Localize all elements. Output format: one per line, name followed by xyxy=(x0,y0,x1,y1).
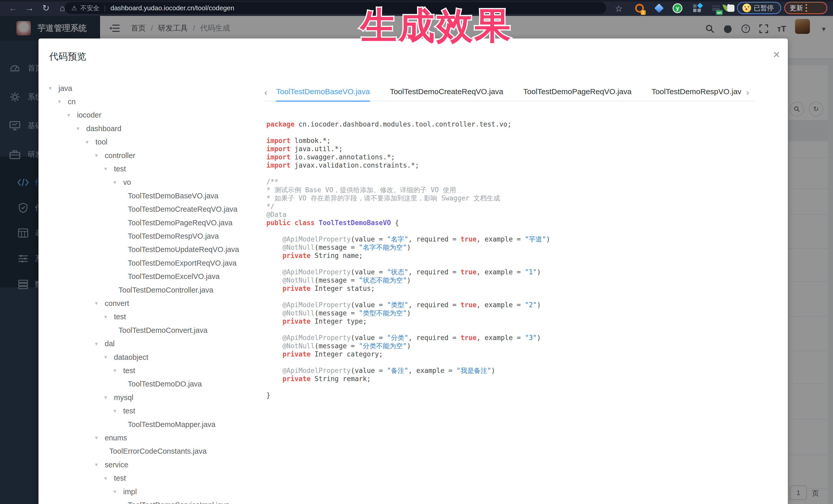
tree-node-label: iocoder xyxy=(77,111,101,119)
tree-file-ToolTestDemoDO.java[interactable]: ToolTestDemoDO.java xyxy=(123,378,202,391)
tree-node-label: tool xyxy=(95,138,108,146)
extension-grid-icon[interactable] xyxy=(691,3,703,14)
code-line: import lombok.*; xyxy=(266,137,785,145)
tree-file-ToolTestDemoRespVO.java[interactable]: ToolTestDemoRespVO.java xyxy=(123,230,219,243)
tree-folder-mysql[interactable]: ▾mysql xyxy=(104,391,134,404)
browser-back-icon[interactable]: ← xyxy=(7,2,19,14)
code-line: @ApiModelProperty(value = "分类", required… xyxy=(266,334,785,342)
caret-down-icon[interactable]: ▾ xyxy=(95,340,105,347)
caret-down-icon[interactable]: ▾ xyxy=(49,85,58,92)
caret-down-icon[interactable]: ▾ xyxy=(114,488,123,495)
tree-file-ToolTestDemoPageReqVO.java[interactable]: ToolTestDemoPageReqVO.java xyxy=(123,216,233,230)
tree-node-label: dashboard xyxy=(86,124,121,133)
tree-node-label: impl xyxy=(123,487,137,496)
extension-green-y-icon[interactable]: y xyxy=(672,3,683,14)
code-line: @ApiModelProperty(value = "状态", required… xyxy=(266,268,785,276)
code-line xyxy=(266,227,785,235)
annotation-text: 生成效果 xyxy=(354,2,518,51)
browser-menu-icon[interactable] xyxy=(806,4,807,12)
tree-folder-dal[interactable]: ▾dal xyxy=(95,337,115,351)
caret-down-icon[interactable]: ▾ xyxy=(58,98,68,105)
tree-file-ToolTestDemoBaseVO.java[interactable]: ToolTestDemoBaseVO.java xyxy=(123,189,218,202)
tree-node-label: ToolTestDemoServiceImpl.java xyxy=(128,501,230,504)
close-icon[interactable]: × xyxy=(769,47,784,62)
caret-down-icon[interactable]: ▾ xyxy=(104,394,114,401)
tree-node-label: dal xyxy=(105,339,115,348)
url-text: dashboard.yudao.iocoder.cn/tool/codegen xyxy=(110,4,234,12)
tree-folder-convert[interactable]: ▾convert xyxy=(95,297,129,310)
tree-file-ToolTestDemoCreateReqVO.java[interactable]: ToolTestDemoCreateReqVO.java xyxy=(123,203,237,216)
tree-file-ToolTestDemoExportReqVO.java[interactable]: ToolTestDemoExportReqVO.java xyxy=(123,256,237,270)
tree-folder-impl[interactable]: ▾impl xyxy=(114,485,137,498)
caret-down-icon[interactable]: ▾ xyxy=(95,461,105,468)
tab-ToolTestDemoRespVO.java[interactable]: ToolTestDemoRespVO.java xyxy=(651,85,741,102)
tab-ToolTestDemoPageReqVO.java[interactable]: ToolTestDemoPageReqVO.java xyxy=(523,85,632,102)
tree-folder-vo[interactable]: ▾vo xyxy=(114,176,131,189)
browser-update-chip[interactable]: 更新 xyxy=(784,2,827,14)
warning-icon: ⚠ xyxy=(71,4,77,12)
browser-reload-icon[interactable]: ↻ xyxy=(40,2,52,14)
tree-folder-tool[interactable]: ▾tool xyxy=(86,136,108,149)
tree-folder-dataobject[interactable]: ▾dataobject xyxy=(104,351,148,364)
caret-down-icon[interactable]: ▾ xyxy=(67,112,77,119)
browser-address-bar[interactable]: ⚠ 不安全 | dashboard.yudao.iocoder.cn/tool/… xyxy=(65,2,606,14)
profile-avatar-emoji xyxy=(742,4,751,12)
extensions-puzzle-icon[interactable] xyxy=(725,3,737,14)
code-line xyxy=(266,326,785,334)
tree-file-ToolTestDemoExcelVO.java[interactable]: ToolTestDemoExcelVO.java xyxy=(123,270,220,283)
caret-down-icon[interactable]: ▾ xyxy=(86,139,95,145)
tree-node-label: convert xyxy=(105,299,129,308)
code-line: private Integer type; xyxy=(266,317,785,326)
tree-node-label: ToolTestDemoBaseVO.java xyxy=(128,192,218,200)
tree-file-ToolErrorCodeConstants.java[interactable]: ToolErrorCodeConstants.java xyxy=(104,445,207,458)
tree-folder-iocoder[interactable]: ▾iocoder xyxy=(67,109,101,122)
tree-folder-java[interactable]: ▾java xyxy=(49,81,72,95)
tree-file-ToolTestDemoServiceImpl.java[interactable]: ToolTestDemoServiceImpl.java xyxy=(123,498,230,504)
tree-file-ToolTestDemoController.java[interactable]: ToolTestDemoController.java xyxy=(114,283,213,297)
caret-down-icon[interactable]: ▾ xyxy=(76,125,86,132)
caret-down-icon[interactable]: ▾ xyxy=(95,300,105,307)
caret-down-icon[interactable]: ▾ xyxy=(95,152,105,159)
tree-file-ToolTestDemoMapper.java[interactable]: ToolTestDemoMapper.java xyxy=(123,418,216,431)
tree-node-label: test xyxy=(123,366,135,375)
caret-down-icon[interactable]: ▾ xyxy=(104,354,114,361)
tree-folder-enums[interactable]: ▾enums xyxy=(95,431,127,445)
bookmark-star-icon[interactable]: ☆ xyxy=(613,3,625,15)
tree-node-label: test xyxy=(114,474,126,482)
caret-down-icon[interactable]: ▾ xyxy=(95,434,105,441)
caret-down-icon[interactable]: ▾ xyxy=(104,166,114,172)
update-label: 更新 xyxy=(790,4,803,13)
tree-folder-dashboard[interactable]: ▾dashboard xyxy=(76,122,121,135)
tab-ToolTestDemoBaseVO.java[interactable]: ToolTestDemoBaseVO.java xyxy=(276,85,370,102)
browser-forward-icon[interactable]: → xyxy=(24,2,35,14)
tree-node-label: controller xyxy=(105,151,135,160)
tree-node-label: ToolErrorCodeConstants.java xyxy=(109,447,207,456)
profile-paused-chip[interactable]: 已暂停 xyxy=(737,2,781,14)
tree-folder-cn[interactable]: ▾cn xyxy=(58,95,76,108)
extension-orange-icon[interactable]: 1 xyxy=(634,3,645,14)
extension-gem-icon[interactable] xyxy=(653,3,665,14)
code-line: import io.swagger.annotations.*; xyxy=(266,153,785,161)
caret-down-icon[interactable]: ▾ xyxy=(114,179,123,186)
caret-down-icon[interactable]: ▾ xyxy=(114,367,123,374)
tree-folder-controller[interactable]: ▾controller xyxy=(95,149,135,162)
tree-file-ToolTestDemoUpdateReqVO.java[interactable]: ToolTestDemoUpdateReqVO.java xyxy=(123,243,239,256)
tree-folder-test[interactable]: ▾test xyxy=(114,364,135,377)
tree-folder-test[interactable]: ▾test xyxy=(104,472,126,485)
tabs-scroll-right-icon[interactable]: › xyxy=(746,87,749,97)
tree-folder-test[interactable]: ▾test xyxy=(104,310,126,323)
tree-file-ToolTestDemoConvert.java[interactable]: ToolTestDemoConvert.java xyxy=(114,323,208,337)
tree-node-label: ToolTestDemoConvert.java xyxy=(119,326,208,335)
caret-down-icon[interactable]: ▾ xyxy=(114,408,123,414)
caret-down-icon[interactable]: ▾ xyxy=(104,475,114,482)
tree-folder-test[interactable]: ▾test xyxy=(114,404,135,418)
code-line: private String name; xyxy=(266,251,785,260)
extension-adblock-on-icon[interactable]: on xyxy=(710,3,722,14)
tree-folder-service[interactable]: ▾service xyxy=(95,458,128,472)
tree-folder-test[interactable]: ▾test xyxy=(104,162,126,175)
code-line: import java.util.*; xyxy=(266,145,785,153)
tree-node-label: enums xyxy=(105,434,127,442)
tab-ToolTestDemoCreateReqVO.java[interactable]: ToolTestDemoCreateReqVO.java xyxy=(390,85,503,102)
tabs-scroll-left-icon[interactable]: ‹ xyxy=(264,87,267,97)
caret-down-icon[interactable]: ▾ xyxy=(104,314,114,320)
